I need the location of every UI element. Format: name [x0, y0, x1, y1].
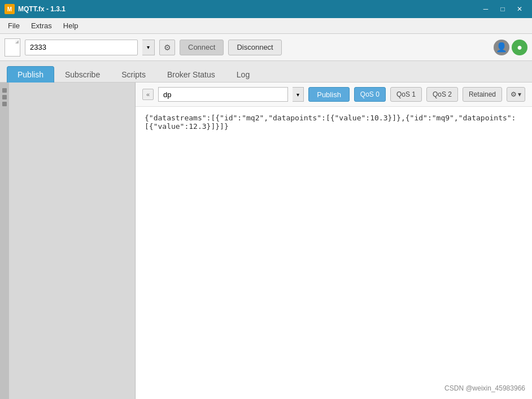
message-area[interactable]: {"datastreams":[{"id":"mq2","datapoints"… — [136, 107, 532, 399]
collapse-button[interactable]: « — [142, 89, 154, 100]
topic-input[interactable] — [158, 87, 288, 102]
tab-log[interactable]: Log — [226, 66, 260, 83]
tab-publish[interactable]: Publish — [7, 66, 54, 83]
qos2-button[interactable]: QoS 2 — [426, 87, 458, 102]
window-controls: ─ □ ✕ — [478, 3, 527, 15]
toolbar-right-icons: 👤 ● — [494, 40, 527, 55]
watermark: CSDN @weixin_45983966 — [444, 384, 525, 392]
qos0-button[interactable]: QoS 0 — [354, 87, 386, 102]
menu-help[interactable]: Help — [58, 19, 84, 32]
close-button[interactable]: ✕ — [512, 3, 527, 15]
title-bar: M MQTT.fx - 1.3.1 ─ □ ✕ — [0, 0, 532, 18]
retained-button[interactable]: Retained — [463, 87, 502, 102]
publish-panel: « ▾ Publish QoS 0 QoS 1 QoS 2 Retained ⚙… — [136, 83, 532, 399]
connect-button[interactable]: Connect — [180, 40, 224, 55]
connection-input[interactable] — [25, 40, 138, 55]
maximize-button[interactable]: □ — [495, 3, 511, 15]
minimize-button[interactable]: ─ — [478, 3, 494, 15]
menu-extras[interactable]: Extras — [25, 19, 58, 32]
publish-button[interactable]: Publish — [308, 87, 350, 102]
dropdown-icon: ▾ — [518, 90, 521, 98]
sidebar — [0, 83, 136, 399]
title-bar-left: M MQTT.fx - 1.3.1 — [5, 4, 66, 14]
new-connection-icon[interactable] — [5, 38, 20, 57]
profile-icon: 👤 — [494, 40, 509, 55]
main-content: « ▾ Publish QoS 0 QoS 1 QoS 2 Retained ⚙… — [0, 83, 532, 399]
menu-bar: File Extras Help — [0, 18, 532, 34]
status-icon: ● — [512, 40, 527, 55]
publish-settings-button[interactable]: ⚙ ▾ — [507, 87, 525, 102]
publish-toolbar: « ▾ Publish QoS 0 QoS 1 QoS 2 Retained ⚙… — [136, 83, 532, 107]
tabs-bar: Publish Subscribe Scripts Broker Status … — [0, 61, 532, 83]
sidebar-indicator-2 — [2, 95, 7, 99]
app-title: MQTT.fx - 1.3.1 — [18, 5, 66, 13]
tab-broker-status[interactable]: Broker Status — [156, 66, 226, 83]
sidebar-indicator-3 — [2, 102, 7, 106]
tab-subscribe[interactable]: Subscribe — [54, 66, 111, 83]
qos1-button[interactable]: QoS 1 — [390, 87, 422, 102]
menu-file[interactable]: File — [2, 19, 25, 32]
disconnect-button[interactable]: Disconnect — [228, 40, 281, 55]
settings-icon[interactable]: ⚙ — [159, 40, 175, 55]
sidebar-strip — [0, 83, 9, 399]
toolbar: ▾ ⚙ Connect Disconnect 👤 ● — [0, 34, 532, 61]
topic-dropdown-arrow[interactable]: ▾ — [293, 87, 304, 102]
app-icon: M — [5, 4, 15, 14]
tab-scripts[interactable]: Scripts — [111, 66, 156, 83]
sidebar-indicator-1 — [2, 88, 7, 93]
connection-dropdown-arrow[interactable]: ▾ — [142, 40, 155, 55]
gear-icon: ⚙ — [511, 90, 517, 98]
